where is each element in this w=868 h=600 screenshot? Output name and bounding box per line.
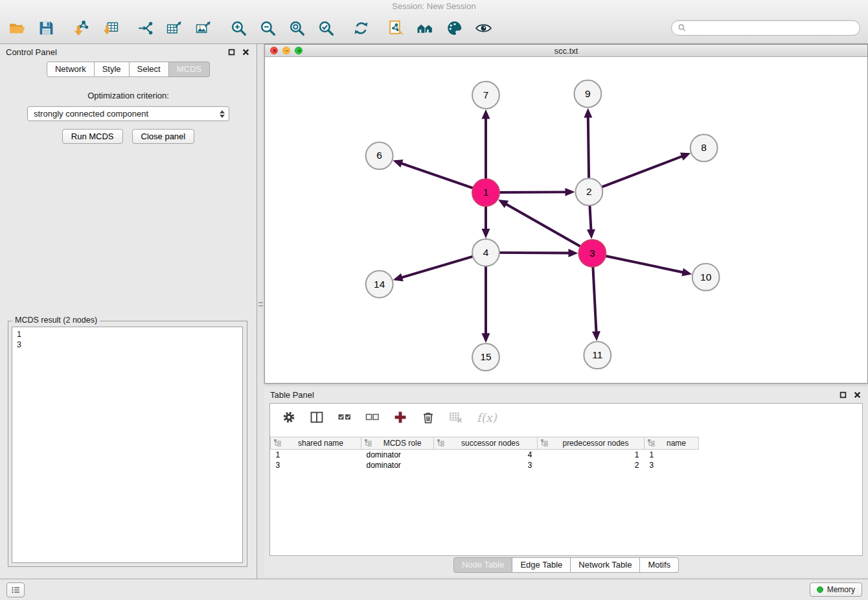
optimization-label: Optimization criterion: [0, 91, 257, 100]
delete-row-icon[interactable] [421, 410, 435, 424]
network-window-titlebar[interactable]: scc.txt [265, 45, 867, 57]
splitter-grip[interactable] [258, 299, 263, 309]
column-sort-icon [437, 439, 446, 448]
tab-edge-table[interactable]: Edge Table [512, 557, 571, 573]
graph-edge-3-1[interactable] [498, 200, 592, 253]
graph-node-7[interactable]: 7 [472, 82, 499, 109]
table-row[interactable]: 1dominator411 [271, 450, 699, 460]
import-network-icon[interactable] [72, 19, 90, 38]
control-panel-header: Control Panel [0, 44, 257, 60]
tab-motifs[interactable]: Motifs [640, 557, 679, 573]
close-panel-button[interactable]: Close panel [132, 129, 195, 144]
tab-network-table[interactable]: Network Table [571, 557, 640, 573]
float-table-panel-icon[interactable] [838, 390, 848, 400]
close-table-panel-icon[interactable] [852, 390, 862, 400]
tab-node-table[interactable]: Node Table [453, 557, 513, 573]
import-table-icon[interactable] [101, 19, 119, 38]
graph-node-14[interactable]: 14 [366, 271, 393, 298]
column-header-shared-name[interactable]: shared name [271, 437, 361, 450]
graph-node-10[interactable]: 10 [692, 264, 720, 291]
home-icon[interactable] [416, 19, 434, 38]
search-icon [678, 23, 687, 32]
zoom-in-icon[interactable] [229, 19, 247, 38]
network-view-window: scc.txt 1234678910111415 [264, 44, 868, 384]
graph-node-15[interactable]: 15 [472, 343, 499, 371]
function-icon[interactable]: f(x) [477, 411, 497, 424]
export-network-icon[interactable] [136, 19, 154, 38]
control-panel-title: Control Panel [6, 47, 57, 57]
search-input[interactable] [690, 23, 854, 33]
column-sort-icon [540, 439, 550, 448]
add-row-icon[interactable] [393, 410, 407, 424]
column-header-name[interactable]: name [645, 437, 699, 450]
table-panel-content: f(x) shared nameMCDS rolesuccessor nodes… [269, 403, 863, 556]
svg-text:4: 4 [483, 247, 489, 258]
open-icon[interactable] [8, 19, 26, 38]
table-cell: 3 [434, 460, 538, 470]
delete-table-icon[interactable] [449, 410, 463, 424]
columns-icon[interactable] [310, 410, 324, 424]
layout-refresh-icon[interactable] [352, 19, 370, 38]
table-cell: 4 [434, 450, 538, 460]
table-panel-header: Table Panel [264, 387, 868, 402]
graph-node-3[interactable]: 3 [578, 240, 606, 267]
task-history-button[interactable] [6, 583, 25, 597]
table-toolbar: f(x) [270, 404, 862, 431]
export-table-icon[interactable] [165, 19, 183, 38]
mcds-result-title: MCDS result (2 nodes) [12, 316, 100, 325]
save-icon[interactable] [37, 19, 55, 38]
table-cell: 1 [538, 450, 645, 460]
deselect-all-icon[interactable] [365, 410, 380, 424]
mcds-result-text[interactable]: 13 [12, 327, 243, 563]
network-canvas[interactable]: 1234678910111415 [265, 57, 867, 383]
window-title: Session: New Session [392, 1, 475, 11]
graph-node-2[interactable]: 2 [575, 178, 602, 205]
column-header-successor-nodes[interactable]: successor nodes [434, 437, 538, 450]
svg-text:1: 1 [483, 187, 489, 198]
network-from-selection-icon[interactable] [387, 19, 405, 38]
toolbar-group [8, 19, 55, 38]
toolbar-group [352, 19, 370, 38]
svg-text:9: 9 [585, 88, 591, 99]
window-titlebar[interactable]: Session: New Session [0, 0, 868, 12]
zoom-selected-icon[interactable] [317, 19, 335, 38]
tab-style[interactable]: Style [95, 62, 130, 77]
graph-edge-2-8[interactable] [589, 153, 691, 192]
network-graph[interactable]: 1234678910111415 [265, 57, 867, 383]
graph-node-4[interactable]: 4 [472, 239, 499, 266]
memory-button[interactable]: Memory [810, 583, 862, 597]
zoom-out-icon[interactable] [258, 19, 277, 38]
maximize-window-icon[interactable] [295, 47, 303, 54]
run-mcds-button[interactable]: Run MCDS [62, 129, 123, 144]
optimization-dropdown[interactable]: strongly connected component [27, 106, 229, 121]
table-row[interactable]: 3dominator323 [271, 460, 699, 470]
result-line: 3 [17, 340, 238, 350]
select-all-icon[interactable] [337, 410, 352, 424]
gear-icon[interactable] [282, 410, 296, 424]
tab-select[interactable]: Select [130, 62, 169, 77]
export-image-icon[interactable] [194, 19, 212, 38]
close-window-icon[interactable] [270, 47, 278, 54]
zoom-fit-icon[interactable] [288, 19, 306, 38]
graph-edge-1-6[interactable] [393, 159, 486, 192]
table-cell: dominator [361, 450, 434, 460]
column-header-MCDS-role[interactable]: MCDS role [361, 437, 434, 450]
graph-node-1[interactable]: 1 [472, 179, 499, 206]
close-panel-icon[interactable] [241, 47, 251, 57]
graph-edge-3-10[interactable] [592, 253, 692, 277]
graph-node-6[interactable]: 6 [366, 142, 393, 169]
graph-node-11[interactable]: 11 [584, 341, 611, 369]
minimize-window-icon[interactable] [282, 47, 290, 54]
float-panel-icon[interactable] [227, 47, 236, 57]
style-icon[interactable] [445, 19, 463, 38]
result-line: 1 [17, 329, 238, 340]
tab-mcds[interactable]: MCDS [169, 62, 210, 77]
graph-node-8[interactable]: 8 [691, 135, 718, 162]
graph-node-9[interactable]: 9 [574, 80, 601, 108]
graph-edge-4-14[interactable] [393, 253, 486, 282]
eye-icon[interactable] [474, 19, 492, 38]
search-box[interactable] [671, 20, 860, 36]
column-header-predecessor-nodes[interactable]: predecessor nodes [538, 437, 645, 450]
svg-text:2: 2 [586, 186, 592, 197]
tab-network[interactable]: Network [47, 62, 95, 77]
